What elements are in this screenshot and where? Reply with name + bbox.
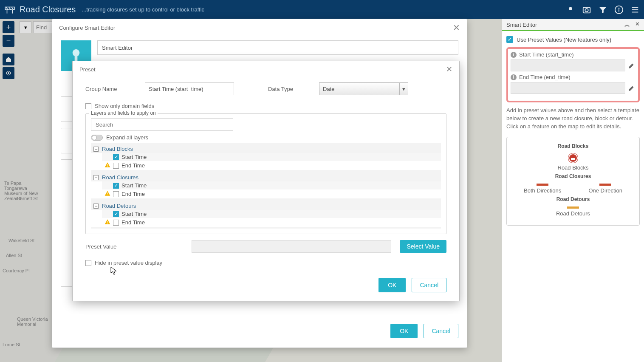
- preset-field-label: Start Time (start_time): [519, 51, 574, 58]
- field-label: Start Time: [121, 211, 147, 217]
- template-picker: Road Blocks Road Blocks Road Closures Bo…: [506, 137, 640, 226]
- ok-button[interactable]: OK: [390, 324, 418, 338]
- template-label: Road Blocks: [558, 164, 589, 171]
- svg-rect-21: [107, 192, 107, 194]
- field-checkbox[interactable]: [113, 220, 119, 226]
- field-row[interactable]: End Time: [102, 218, 441, 227]
- cancel-button[interactable]: Cancel: [412, 278, 446, 292]
- layers-list-icon[interactable]: [630, 5, 640, 14]
- expand-all-toggle[interactable]: Expand all layers: [91, 134, 441, 141]
- field-row[interactable]: ✓Start Time: [102, 210, 441, 218]
- info-icon[interactable]: [614, 5, 624, 14]
- layer-name: Road Detours: [102, 203, 136, 209]
- svg-point-10: [619, 7, 620, 8]
- layers-fieldset: Layers and fields to apply on Expand all…: [85, 113, 446, 234]
- field-row[interactable]: ✓Start Time: [102, 153, 441, 161]
- close-icon[interactable]: ✕: [453, 23, 460, 33]
- hide-in-display-checkbox[interactable]: Hide in preset value display: [85, 260, 446, 266]
- template-label: Road Detours: [556, 210, 590, 217]
- detour-line-icon: [567, 206, 579, 209]
- data-type-select[interactable]: Date ▾: [319, 82, 408, 95]
- chevron-down-icon: ▾: [399, 83, 408, 95]
- camera-icon[interactable]: [582, 5, 591, 14]
- group-name-input[interactable]: [145, 82, 234, 95]
- preset-field-input[interactable]: [511, 82, 625, 94]
- layer-block: −Road Detours✓Start TimeEnd Time: [91, 200, 441, 229]
- svg-rect-11: [619, 9, 619, 12]
- data-type-label: Data Type: [268, 86, 302, 92]
- filter-icon[interactable]: [598, 5, 607, 14]
- field-row[interactable]: ✓Start Time: [102, 181, 441, 189]
- field-label: Start Time: [121, 154, 147, 160]
- preset-value-row: Preset Value Select Value: [85, 240, 446, 253]
- dialog-title: Configure Smart Editor: [59, 25, 115, 31]
- preset-field-start-time: iStart Time (start_time): [511, 51, 636, 71]
- field-checkbox[interactable]: ✓: [113, 154, 119, 160]
- info-icon[interactable]: i: [511, 52, 517, 58]
- field-checkbox[interactable]: [113, 163, 119, 169]
- pin-icon[interactable]: [566, 5, 575, 14]
- preset-field-end-time: iEnd Time (end_time): [511, 74, 636, 94]
- dialog-footer: OK Cancel: [73, 274, 459, 301]
- collapse-icon[interactable]: −: [93, 175, 99, 180]
- close-icon[interactable]: ✕: [635, 21, 640, 28]
- select-value-button[interactable]: Select Value: [400, 240, 446, 253]
- toggle-label: Expand all layers: [106, 134, 148, 141]
- collapse-icon[interactable]: −: [93, 147, 99, 152]
- fieldset-legend: Layers and fields to apply on: [89, 110, 158, 116]
- svg-rect-19: [107, 164, 107, 166]
- layer-header[interactable]: −Road Closures: [93, 173, 438, 181]
- svg-line-3: [6, 7, 8, 10]
- dialog-header: Configure Smart Editor ✕: [52, 19, 467, 36]
- template-label: One Direction: [588, 187, 622, 194]
- field-checkbox[interactable]: ✓: [113, 211, 119, 217]
- field-label: End Time: [121, 191, 145, 197]
- svg-line-5: [11, 7, 13, 10]
- preset-field-label: End Time (end_time): [519, 74, 571, 80]
- svg-rect-23: [107, 221, 107, 223]
- template-section-title: Road Detours: [510, 196, 636, 202]
- cursor-icon: [110, 266, 117, 275]
- template-section-title: Road Blocks: [510, 143, 636, 149]
- field-checkbox[interactable]: [113, 191, 119, 197]
- layer-header[interactable]: −Road Blocks: [93, 145, 438, 153]
- field-label: Start Time: [121, 182, 147, 189]
- template-section-title: Road Closures: [510, 173, 636, 179]
- edit-icon[interactable]: [628, 62, 636, 69]
- field-row[interactable]: End Time: [102, 161, 441, 170]
- layer-search-input[interactable]: [91, 118, 233, 131]
- widget-name-input[interactable]: [97, 40, 458, 55]
- preset-value-input[interactable]: [192, 240, 391, 253]
- app-header: Road Closures ...tracking closures set u…: [0, 0, 644, 19]
- layer-header[interactable]: −Road Detours: [93, 202, 438, 210]
- app-subtitle: ...tracking closures set up to control o…: [82, 6, 204, 13]
- cancel-button[interactable]: Cancel: [424, 324, 458, 338]
- template-road-detours[interactable]: Road Detours: [556, 206, 590, 217]
- select-value: Date: [323, 86, 334, 92]
- dialog-title: Preset: [79, 66, 96, 73]
- group-name-row: Group Name Data Type Date ▾: [85, 82, 446, 95]
- show-domain-checkbox[interactable]: Show only domain fields: [85, 103, 446, 109]
- panel-header: Smart Editor ︽ ✕: [502, 19, 644, 31]
- field-checkbox[interactable]: ✓: [113, 183, 119, 189]
- instructions-text: Add in preset values above and then sele…: [506, 107, 640, 131]
- collapse-icon[interactable]: −: [93, 204, 99, 209]
- edit-icon[interactable]: [628, 84, 636, 92]
- use-preset-checkbox[interactable]: ✓ Use Preset Values (New features only): [506, 36, 640, 43]
- template-one-direction[interactable]: One Direction: [588, 184, 622, 194]
- preset-values-highlight: iStart Time (start_time) iEnd Time (end_…: [506, 47, 640, 102]
- svg-line-4: [9, 7, 11, 10]
- template-road-blocks[interactable]: Road Blocks: [558, 153, 589, 171]
- ok-button[interactable]: OK: [378, 278, 406, 292]
- close-icon[interactable]: ✕: [446, 65, 452, 74]
- layer-name: Road Closures: [102, 174, 138, 181]
- preset-field-input[interactable]: [511, 59, 625, 71]
- info-icon[interactable]: i: [511, 74, 517, 80]
- svg-point-6: [569, 7, 572, 10]
- collapse-icon[interactable]: ︽: [624, 21, 630, 28]
- template-both-directions[interactable]: Both Directions: [524, 184, 561, 194]
- checkbox-label: Show only domain fields: [95, 103, 154, 109]
- warning-icon: [105, 162, 110, 169]
- field-row[interactable]: End Time: [102, 189, 441, 198]
- layer-block: −Road Blocks✓Start TimeEnd Time: [91, 143, 441, 172]
